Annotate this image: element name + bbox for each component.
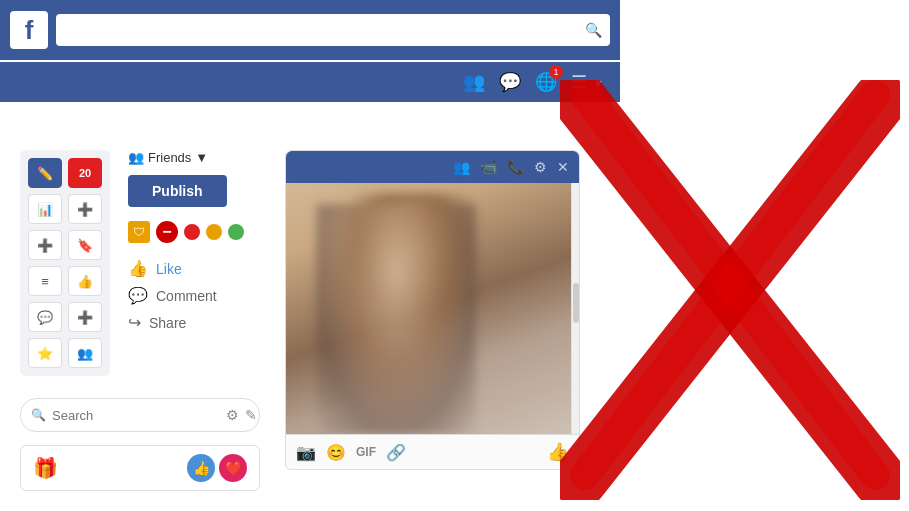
chat-settings-icon[interactable]: ⚙: [534, 159, 547, 175]
chat-profile-image: [286, 183, 571, 434]
sidebar-search-box[interactable]: 🔍 ⚙ ✎: [20, 398, 260, 432]
green-dot-icon: [228, 224, 244, 240]
chat-scroll-thumb[interactable]: [573, 283, 579, 323]
svg-line-1: [580, 100, 880, 480]
like-sidebar-btn[interactable]: 👍: [68, 266, 102, 296]
sidebar-row-5: 💬 ➕: [28, 302, 102, 332]
minus-circle-icon[interactable]: −: [156, 221, 178, 243]
sidebar-search-actions: ⚙ ✎: [226, 407, 257, 423]
svg-line-2: [585, 95, 875, 475]
bookmark-sidebar-btn[interactable]: 🔖: [68, 230, 102, 260]
share-action-icon: ↪: [128, 313, 141, 332]
sidebar-row-4: ≡ 👍: [28, 266, 102, 296]
share-action[interactable]: ↪ Share: [128, 313, 283, 332]
sidebar-search-input[interactable]: [52, 408, 220, 423]
notification-badge: 1: [549, 65, 563, 79]
post-composer: 👥 Friends ▼ Publish 🛡 − 👍 Like 💬 Comment…: [128, 150, 283, 332]
gift-icon[interactable]: 🎁: [33, 456, 58, 480]
friends-dropdown[interactable]: 👥 Friends ▼: [128, 150, 283, 165]
plus2-sidebar-btn[interactable]: ➕: [28, 230, 62, 260]
chat-people-icon[interactable]: 👥: [453, 159, 470, 175]
red-x-overlay: [560, 80, 900, 500]
like-label: Like: [156, 261, 182, 277]
heart-reaction[interactable]: ❤️: [219, 454, 247, 482]
sidebar-bottom-bar: 🎁 👍 ❤️: [20, 445, 260, 491]
chat-camera-icon[interactable]: 📷: [296, 443, 316, 462]
settings-icon[interactable]: ⚙: [226, 407, 239, 423]
sidebar-row-6: ⭐ 👥: [28, 338, 102, 368]
chat-close-icon[interactable]: ✕: [557, 159, 569, 175]
comment-action-icon: 💬: [128, 286, 148, 305]
red-dot-icon: [184, 224, 200, 240]
chat-thumb-button[interactable]: 👍: [547, 441, 569, 463]
edit-icon[interactable]: ✎: [245, 407, 257, 423]
share-label: Share: [149, 315, 186, 331]
sidebar-row-1: ✏️ 20: [28, 158, 102, 188]
like-action[interactable]: 👍 Like: [128, 259, 283, 278]
person-blur-overlay: [316, 204, 476, 434]
menu-nav-icon[interactable]: ☰ ▼: [571, 71, 604, 93]
gif-button[interactable]: GIF: [356, 445, 376, 459]
chart-sidebar-btn[interactable]: 📊: [28, 194, 62, 224]
secondary-nav-bar: 👥 💬 🌐 1 ☰ ▼: [0, 62, 620, 102]
chat-phone-icon[interactable]: 📞: [507, 159, 524, 175]
chat-scrollbar[interactable]: [571, 183, 579, 434]
yellow-dot-icon: [206, 224, 222, 240]
chat-window: 👥 📹 📞 ⚙ ✕ 📷 😊 GIF 🔗 👍: [285, 150, 580, 470]
plus1-sidebar-btn[interactable]: ➕: [68, 194, 102, 224]
layout-sidebar-btn[interactable]: ≡: [28, 266, 62, 296]
chat-sidebar-btn[interactable]: 💬: [28, 302, 62, 332]
sidebar-row-2: 📊 ➕: [28, 194, 102, 224]
svg-line-0: [580, 100, 880, 480]
facebook-logo: f: [10, 11, 48, 49]
messages-nav-icon[interactable]: 💬: [499, 71, 521, 93]
chat-emoji-icon[interactable]: 😊: [326, 443, 346, 462]
calendar-sidebar-btn[interactable]: 20: [68, 158, 102, 188]
chat-header: 👥 📹 📞 ⚙ ✕: [286, 151, 579, 183]
friends-nav-icon[interactable]: 👥: [463, 71, 485, 93]
chat-body: [286, 183, 579, 434]
sidebar-row-3: ➕ 🔖: [28, 230, 102, 260]
search-bar[interactable]: 🔍: [56, 14, 610, 46]
social-actions: 👍 Like 💬 Comment ↪ Share: [128, 259, 283, 332]
top-nav-bar: f 🔍: [0, 0, 620, 60]
search-input[interactable]: [64, 22, 579, 38]
svg-line-3: [585, 95, 875, 475]
notifications-nav-icon[interactable]: 🌐 1: [535, 71, 557, 93]
action-icons-row: 🛡 −: [128, 221, 283, 243]
friends-icon: 👥: [128, 150, 144, 165]
people-sidebar-btn[interactable]: 👥: [68, 338, 102, 368]
plus3-sidebar-btn[interactable]: ➕: [68, 302, 102, 332]
thumbs-up-reaction[interactable]: 👍: [187, 454, 215, 482]
star-sidebar-btn[interactable]: ⭐: [28, 338, 62, 368]
publish-button[interactable]: Publish: [128, 175, 227, 207]
sidebar-search-icon: 🔍: [31, 408, 46, 422]
left-sidebar: ✏️ 20 📊 ➕ ➕ 🔖 ≡ 👍 💬 ➕ ⭐ 👥: [20, 150, 110, 376]
comment-label: Comment: [156, 288, 217, 304]
like-action-icon: 👍: [128, 259, 148, 278]
edit-sidebar-btn[interactable]: ✏️: [28, 158, 62, 188]
shield-icon[interactable]: 🛡: [128, 221, 150, 243]
chat-video-icon[interactable]: 📹: [480, 159, 497, 175]
chat-attach-icon[interactable]: 🔗: [386, 443, 406, 462]
comment-action[interactable]: 💬 Comment: [128, 286, 283, 305]
reaction-icons: 👍 ❤️: [187, 454, 247, 482]
chat-footer: 📷 😊 GIF 🔗 👍: [286, 434, 579, 469]
search-submit-button[interactable]: 🔍: [585, 22, 602, 38]
dropdown-arrow-icon: ▼: [195, 150, 208, 165]
friends-label: Friends: [148, 150, 191, 165]
